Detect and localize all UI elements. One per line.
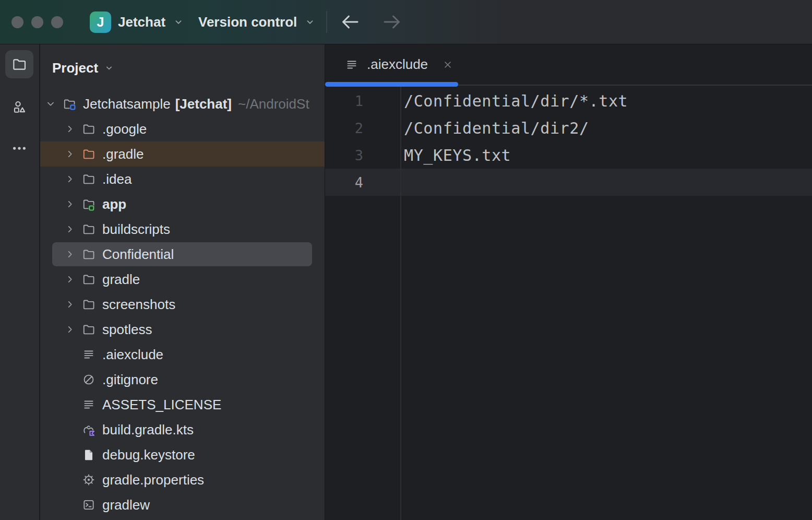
editor-area: .aiexclude 1/Confidential/dir/*.txt2/Con… (325, 44, 812, 520)
ignored-file-icon (82, 373, 95, 386)
line-text[interactable]: MY_KEYS.txt (401, 146, 511, 164)
folder-icon (82, 247, 95, 261)
tree-item-label: .aiexclude (102, 347, 163, 363)
folder-tool-icon (11, 56, 27, 72)
text-file-icon (82, 398, 95, 411)
project-view-title: Project (52, 60, 98, 76)
tree-row-google[interactable]: .google (40, 116, 325, 141)
chevron-right-icon[interactable] (62, 167, 78, 192)
editor-tab-aiexclude[interactable]: .aiexclude (325, 44, 467, 85)
ide-window: J Jetchat Version control (0, 0, 812, 520)
editor-tab-bar: .aiexclude (325, 44, 812, 86)
tree-row-assets-license[interactable]: ASSETS_LICENSE (40, 392, 325, 417)
main-toolbar: J Jetchat Version control (0, 0, 812, 44)
structure-icon (11, 99, 27, 115)
tree-row-gradle-properties[interactable]: gradle.properties (40, 467, 325, 492)
terminal-file-icon (82, 498, 95, 512)
arrow-right-icon (381, 11, 403, 33)
line-text[interactable]: /Confidential/dir2/ (401, 119, 589, 137)
navigate-forward-button[interactable] (381, 11, 403, 33)
tree-row-screenshots[interactable]: screenshots (40, 292, 325, 317)
editor-body[interactable]: 1/Confidential/dir/*.txt2/Confidential/d… (325, 86, 812, 520)
line-number: 3 (325, 147, 401, 163)
line-text[interactable]: /Confidential/dir/*.txt (401, 92, 628, 110)
tree-row-aiexclude[interactable]: .aiexclude (40, 342, 325, 367)
tree-item-label: .idea (102, 171, 132, 187)
navigate-back-button[interactable] (339, 11, 361, 33)
tree-item-path-suffix: ~/AndroidSt (238, 96, 309, 112)
vcs-widget[interactable]: Version control (198, 0, 316, 44)
chevron-right-icon[interactable] (62, 242, 78, 267)
tree-item-label: build.gradle.kts (102, 422, 194, 438)
text-file-icon (345, 58, 359, 72)
code-line-1[interactable]: 1/Confidential/dir/*.txt (325, 87, 812, 114)
project-switcher[interactable]: Jetchat (118, 0, 184, 44)
tree-item-label: .gitignore (102, 372, 158, 388)
traffic-light-zoom-button[interactable] (51, 16, 63, 28)
folder-icon (82, 122, 95, 136)
close-icon[interactable] (441, 58, 454, 71)
folder-excluded-icon (82, 147, 95, 161)
vcs-widget-label: Version control (198, 14, 297, 30)
more-icon (11, 140, 27, 156)
generic-file-icon (82, 448, 95, 462)
line-number: 1 (325, 93, 401, 109)
chevron-spacer (62, 342, 78, 367)
tree-item-label: gradle (102, 271, 140, 288)
tree-row-gradle[interactable]: gradle (40, 267, 325, 292)
tree-row-debug-keystore[interactable]: debug.keystore (40, 442, 325, 467)
code-line-4[interactable]: 4 (325, 169, 812, 196)
editor-tab-label: .aiexclude (367, 56, 428, 73)
chevron-right-icon[interactable] (62, 317, 78, 342)
tree-item-label: .gradle (102, 146, 144, 162)
gear-file-icon (82, 473, 95, 487)
tool-stripe-structure-button[interactable] (5, 93, 33, 121)
chevron-down-icon (104, 63, 114, 73)
tree-row-build-gradle-kts[interactable]: build.gradle.kts (40, 417, 325, 442)
tree-item-label: gradlew (102, 497, 150, 513)
tree-item-label: debug.keystore (102, 447, 195, 463)
tree-row-buildscripts[interactable]: buildscripts (40, 217, 325, 242)
gradle-kotlin-file-icon (82, 423, 95, 436)
project-tool-window: Project Jetchatsample[Jetchat]~/AndroidS… (40, 44, 325, 520)
folder-icon (82, 323, 95, 336)
tree-item-module-suffix: [Jetchat] (175, 96, 232, 112)
tree-row-app[interactable]: app (40, 192, 325, 217)
tree-row-gradlew[interactable]: gradlew (40, 492, 325, 517)
traffic-light-close-button[interactable] (11, 16, 23, 28)
tree-item-label: spotless (102, 322, 152, 338)
tree-row-gradle[interactable]: .gradle (40, 141, 325, 167)
chevron-right-icon[interactable] (62, 192, 78, 217)
arrow-left-icon (339, 11, 361, 33)
text-file-icon (82, 348, 95, 361)
folder-icon (82, 222, 95, 236)
chevron-right-icon[interactable] (62, 116, 78, 141)
tree-item-label: Confidential (102, 246, 174, 263)
folder-root-icon (63, 97, 76, 111)
tree-row-idea[interactable]: .idea (40, 167, 325, 192)
traffic-light-minimize-button[interactable] (31, 16, 43, 28)
chevron-spacer (62, 367, 78, 392)
code-lines: 1/Confidential/dir/*.txt2/Confidential/d… (325, 87, 812, 196)
code-line-3[interactable]: 3MY_KEYS.txt (325, 141, 812, 169)
chevron-right-icon[interactable] (62, 292, 78, 317)
tree-row-jetchatsample[interactable]: Jetchatsample[Jetchat]~/AndroidSt (40, 91, 325, 116)
chevron-right-icon[interactable] (62, 217, 78, 242)
project-switcher-label: Jetchat (118, 14, 165, 30)
chevron-down-icon (173, 16, 184, 28)
folder-icon (82, 172, 95, 186)
tree-row-confidential[interactable]: Confidential (40, 242, 325, 267)
project-tree: Jetchatsample[Jetchat]~/AndroidSt.google… (40, 91, 325, 517)
chevron-right-icon[interactable] (62, 141, 78, 167)
chevron-down-icon[interactable] (43, 91, 58, 116)
code-line-2[interactable]: 2/Confidential/dir2/ (325, 114, 812, 141)
toolbar-divider (326, 11, 327, 33)
tool-stripe-more-button[interactable] (5, 134, 33, 162)
chevron-spacer (62, 442, 78, 467)
project-view-dropdown[interactable]: Project (40, 44, 325, 91)
tool-stripe-project-button[interactable] (5, 50, 33, 78)
tree-row-gitignore[interactable]: .gitignore (40, 367, 325, 392)
chevron-right-icon[interactable] (62, 267, 78, 292)
chevron-down-icon (304, 16, 316, 28)
tree-row-spotless[interactable]: spotless (40, 317, 325, 342)
